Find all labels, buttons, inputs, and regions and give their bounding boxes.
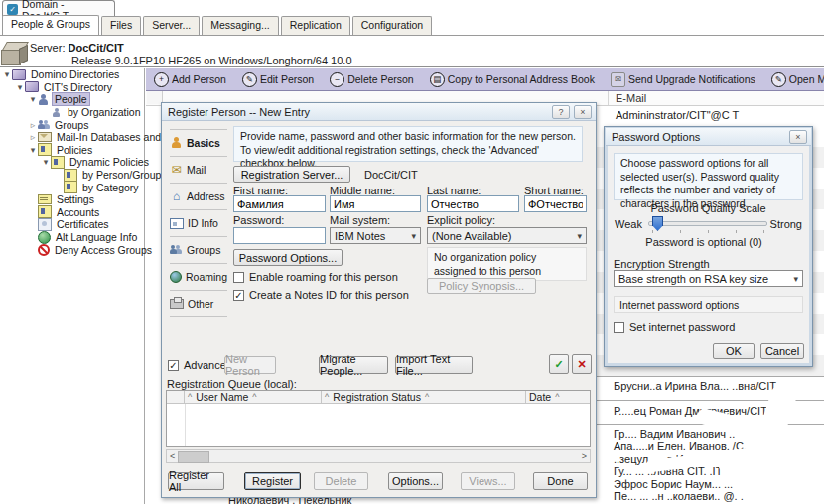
open-mail-file-button[interactable]: ✎ Open Mail File bbox=[771, 72, 824, 87]
registration-queue-table[interactable]: ^ User Name ^ ^ Registration Status ^ Da… bbox=[166, 390, 591, 447]
expander-icon[interactable]: ▾ bbox=[41, 157, 51, 167]
scrollbar-thumb[interactable] bbox=[178, 451, 209, 463]
tree-item-dynamic-policies[interactable]: ▾ Dynamic Policies bbox=[0, 156, 144, 169]
send-upgrade-notifications-button[interactable]: ✉ Send Upgrade Notifications bbox=[611, 72, 755, 87]
views-button[interactable]: Views... bbox=[461, 472, 515, 490]
tree-item-policies[interactable]: ▾ Policies bbox=[0, 144, 144, 157]
list-row[interactable]: Пе... ... ..н ..колаеви.. @. . bbox=[614, 490, 744, 502]
tab-roaming[interactable]: Roaming bbox=[170, 264, 227, 291]
expander-icon[interactable]: ▾ bbox=[28, 94, 38, 104]
tab-id-info[interactable]: ID Info bbox=[170, 210, 227, 237]
tab-people-groups[interactable]: People & Groups bbox=[2, 15, 99, 35]
list-row[interactable]: Эфрос Борис Наум... ... bbox=[614, 478, 733, 490]
expander-icon[interactable]: ▾ bbox=[28, 145, 38, 155]
delete-person-button[interactable]: − Delete Person bbox=[330, 72, 414, 87]
create-notes-id-checkbox[interactable]: ✓ bbox=[233, 290, 244, 301]
slider-tick bbox=[763, 230, 764, 233]
tab-messaging[interactable]: Messaging... bbox=[202, 16, 279, 35]
tab-configuration[interactable]: Configuration bbox=[352, 16, 432, 35]
ok-button[interactable]: OK bbox=[713, 343, 755, 359]
list-row[interactable]: Гр.... Вадим Иванович .. bbox=[614, 428, 735, 440]
tree-item-by-person-group[interactable]: by Person/Group bbox=[0, 169, 144, 182]
encryption-strength-select[interactable]: Base strength on RSA key size ▾ bbox=[614, 270, 803, 287]
create-notes-id-row[interactable]: ✓ Create a Notes ID for this person bbox=[233, 289, 409, 301]
email-column-header[interactable]: E-Mail bbox=[616, 92, 646, 104]
tree-item-by-organization[interactable]: by Organization bbox=[0, 106, 144, 119]
queue-corner-cell[interactable] bbox=[167, 391, 185, 404]
edit-person-button[interactable]: ✎ Edit Person bbox=[242, 72, 314, 87]
registration-server-button[interactable]: Registration Server... bbox=[233, 166, 350, 183]
tree-item-alt-language-info[interactable]: Alt Language Info bbox=[0, 231, 144, 244]
expander-icon[interactable]: ▾ bbox=[15, 82, 25, 92]
new-person-button[interactable]: New Person bbox=[224, 356, 276, 374]
queue-status-header[interactable]: ^ Registration Status ^ bbox=[322, 391, 526, 404]
expander-icon[interactable]: ▾ bbox=[2, 69, 12, 79]
register-button[interactable]: Register bbox=[244, 472, 301, 490]
password-quality-slider-track[interactable] bbox=[648, 221, 767, 226]
password-info-text: Choose password options for all selected… bbox=[614, 153, 803, 200]
list-row[interactable]: Брусни..а Ирина Вла... ..вна/CIT bbox=[614, 380, 776, 392]
last-name-field[interactable] bbox=[427, 195, 519, 212]
import-text-file-button[interactable]: Import Text File... bbox=[395, 356, 473, 374]
tree-item-domino-directories[interactable]: ▾ Domino Directories bbox=[0, 68, 144, 81]
cancel-button[interactable]: Cancel bbox=[760, 343, 804, 359]
close-icon[interactable]: × bbox=[789, 130, 807, 144]
enable-roaming-checkbox[interactable] bbox=[233, 272, 244, 283]
tree-item-people[interactable]: ▾ People bbox=[0, 93, 144, 106]
confirm-check-button[interactable]: ✓ bbox=[549, 354, 569, 374]
tab-mail[interactable]: ✉ Mail bbox=[170, 157, 227, 184]
tree-item-groups[interactable]: ▹ Groups bbox=[0, 118, 144, 131]
tree-item-mailin-databases[interactable]: ▹ Mail-In Databases and R bbox=[0, 131, 144, 144]
tree-item-accounts[interactable]: Accounts bbox=[0, 206, 144, 219]
tab-groups[interactable]: Groups bbox=[170, 237, 227, 264]
cancel-x-button[interactable]: ✕ bbox=[572, 354, 592, 374]
list-row-administrator[interactable]: Admininstrator/CIT"@C T bbox=[616, 109, 739, 121]
list-row[interactable]: Р.....ец Роман Дмитриевич/CIT bbox=[614, 405, 767, 417]
explicit-policy-select[interactable]: (None Available) ▾ bbox=[427, 227, 587, 244]
tree-item-certificates[interactable]: Certificates bbox=[0, 218, 144, 231]
tab-basics[interactable]: Basics bbox=[170, 129, 227, 157]
queue-horizontal-scrollbar[interactable]: < > bbox=[166, 449, 591, 463]
tab-replication[interactable]: Replication bbox=[281, 16, 350, 35]
tree-item-settings[interactable]: Settings bbox=[0, 193, 144, 206]
dialog-titlebar[interactable]: Password Options bbox=[606, 128, 811, 146]
dialog-titlebar[interactable]: Register Person -- New Entry bbox=[162, 103, 596, 121]
copy-to-address-book-button[interactable]: ▤ Copy to Personal Address Book bbox=[430, 72, 595, 87]
slider-tick bbox=[652, 230, 653, 233]
tab-files[interactable]: Files bbox=[101, 16, 141, 35]
add-person-button[interactable]: + Add Person bbox=[154, 72, 226, 87]
expander-icon[interactable]: ▹ bbox=[28, 132, 38, 142]
password-field[interactable] bbox=[233, 227, 326, 244]
options-button[interactable]: Options... bbox=[388, 472, 443, 490]
tab-other[interactable]: Other bbox=[170, 291, 227, 317]
password-options-button[interactable]: Password Options... bbox=[233, 249, 343, 266]
set-internet-password-row[interactable]: Set internet password bbox=[614, 321, 735, 333]
migrate-people-button[interactable]: Migrate People... bbox=[319, 356, 388, 374]
scroll-left-icon[interactable]: < bbox=[170, 451, 175, 461]
queue-date-header[interactable]: Date ^ bbox=[526, 391, 590, 404]
tree-item-by-category[interactable]: by Category bbox=[0, 181, 144, 193]
advanced-row[interactable]: ✓ Advanced bbox=[168, 359, 232, 371]
policy-synopsis-button[interactable]: Policy Synopsis... bbox=[427, 278, 536, 294]
scroll-right-icon[interactable]: > bbox=[582, 451, 587, 461]
enable-roaming-label: Enable roaming for this person bbox=[249, 271, 398, 283]
register-all-button[interactable]: Register All bbox=[168, 472, 224, 490]
queue-user-name-header[interactable]: ^ User Name ^ bbox=[185, 391, 322, 404]
enable-roaming-row[interactable]: Enable roaming for this person bbox=[233, 271, 398, 283]
delete-button[interactable]: Delete bbox=[314, 472, 368, 490]
help-button[interactable]: ? bbox=[552, 105, 570, 119]
close-icon[interactable]: × bbox=[574, 105, 592, 119]
set-internet-password-checkbox[interactable] bbox=[614, 322, 624, 333]
mail-system-select[interactable]: IBM Notes ▾ bbox=[330, 227, 421, 244]
done-button[interactable]: Done bbox=[533, 472, 588, 490]
first-name-field[interactable] bbox=[233, 195, 326, 212]
password-quality-slider-thumb[interactable] bbox=[652, 216, 663, 231]
short-name-field[interactable] bbox=[524, 195, 587, 212]
tree-item-deny-access-groups[interactable]: Deny Access Groups bbox=[0, 243, 144, 256]
tree-item-cits-directory[interactable]: ▾ CIT's Directory bbox=[0, 81, 144, 94]
middle-name-field[interactable] bbox=[330, 195, 421, 212]
tab-server[interactable]: Server... bbox=[143, 16, 200, 35]
advanced-checkbox[interactable]: ✓ bbox=[168, 360, 179, 371]
expander-icon[interactable]: ▹ bbox=[28, 120, 38, 130]
tab-address[interactable]: ⌂ Address bbox=[170, 184, 227, 210]
